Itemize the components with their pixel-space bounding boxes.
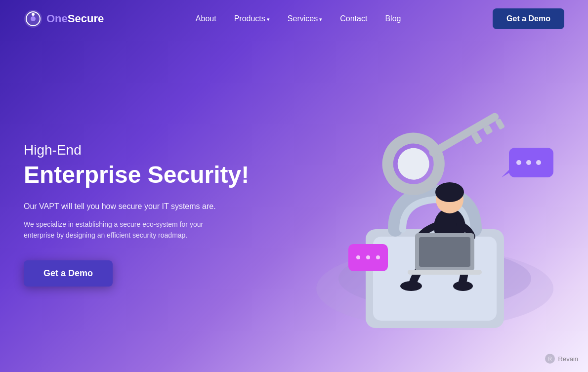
- nav-item-about[interactable]: About: [196, 14, 216, 23]
- nav-cta-button[interactable]: Get a Demo: [493, 8, 564, 29]
- revain-icon: R: [545, 353, 555, 364]
- nav-item-services[interactable]: Services: [288, 14, 322, 23]
- revain-label: Revain: [558, 355, 578, 363]
- svg-point-31: [376, 255, 380, 259]
- nav-item-products[interactable]: Products: [234, 14, 270, 23]
- svg-point-17: [400, 281, 422, 291]
- svg-point-26: [536, 160, 541, 165]
- logo-text: OneSecure: [46, 12, 104, 25]
- navbar: OneSecure About Products Services Contac…: [0, 0, 588, 37]
- svg-rect-10: [428, 112, 501, 158]
- hero-illustration: [252, 37, 588, 372]
- svg-point-18: [453, 281, 473, 291]
- nav-item-blog[interactable]: Blog: [385, 14, 401, 23]
- svg-text:R: R: [548, 356, 551, 362]
- svg-point-16: [435, 182, 464, 202]
- hero-section: High-End Enterprise Security! Our VAPT w…: [0, 37, 588, 372]
- svg-point-30: [366, 255, 370, 259]
- svg-rect-21: [408, 270, 482, 275]
- logo-icon: [24, 9, 42, 28]
- hero-cta-button[interactable]: Get a Demo: [24, 260, 113, 287]
- svg-point-25: [526, 160, 531, 165]
- hero-subtitle: High-End: [24, 142, 271, 158]
- svg-point-2: [31, 16, 36, 21]
- hero-desc1: Our VAPT will tell you how secure your I…: [24, 202, 271, 211]
- svg-point-3: [32, 13, 35, 16]
- logo[interactable]: OneSecure: [24, 9, 104, 28]
- hero-title: Enterprise Security!: [24, 162, 271, 188]
- svg-rect-20: [419, 237, 470, 267]
- security-illustration: [267, 51, 573, 358]
- hero-content: High-End Enterprise Security! Our VAPT w…: [24, 142, 271, 287]
- hero-desc2: We specialize in establishing a secure e…: [24, 219, 231, 241]
- svg-point-24: [516, 160, 521, 165]
- revain-watermark: R Revain: [545, 353, 578, 364]
- nav-item-contact[interactable]: Contact: [340, 14, 367, 23]
- svg-point-29: [356, 255, 360, 259]
- nav-links: About Products Services Contact Blog: [196, 14, 401, 23]
